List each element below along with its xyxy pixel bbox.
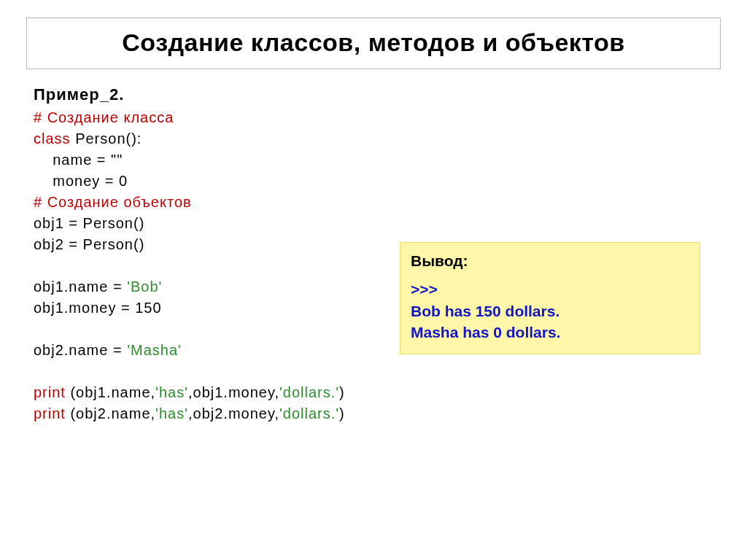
code-string: 'has' <box>155 384 188 400</box>
code-text: obj1.name = <box>34 279 127 295</box>
code-text: name = "" <box>34 152 123 168</box>
code-text: ,obj1.money, <box>188 384 279 400</box>
code-string: 'Bob' <box>127 279 162 295</box>
keyword-class: class <box>34 131 71 147</box>
slide-title: Создание классов, методов и объектов <box>36 27 711 58</box>
slide: Создание классов, методов и объектов При… <box>0 0 747 560</box>
code-text: Person(): <box>71 131 142 147</box>
code-text: ) <box>339 405 345 421</box>
code-string: 'has' <box>155 405 188 421</box>
title-box: Создание классов, методов и объектов <box>26 18 721 69</box>
keyword-print: print <box>34 384 66 400</box>
spacer <box>411 271 689 279</box>
code-string: 'dollars.' <box>279 384 339 400</box>
code-comment: # Создание класса <box>34 109 174 125</box>
output-prompt: >>> <box>411 279 689 300</box>
code-text: ) <box>339 384 345 400</box>
code-comment: # Создание объектов <box>34 194 192 210</box>
example-heading: Пример_2. <box>34 85 721 104</box>
output-line: Masha has 0 dollars. <box>411 322 689 343</box>
output-line: Bob has 150 dollars. <box>411 300 689 322</box>
output-box: Вывод: >>> Bob has 150 dollars. Masha ha… <box>400 242 700 354</box>
output-title: Вывод: <box>411 250 689 271</box>
code-text: obj2 = Person() <box>34 236 144 252</box>
code-text: money = 0 <box>34 173 128 189</box>
code-string: 'dollars.' <box>279 405 339 421</box>
code-string: 'Masha' <box>127 342 182 358</box>
keyword-print: print <box>34 405 66 421</box>
code-text: (obj1.name, <box>66 384 155 400</box>
code-text: obj1 = Person() <box>34 215 144 231</box>
code-text: ,obj2.money, <box>188 405 279 421</box>
code-text: obj1.money = 150 <box>34 300 162 316</box>
code-text: (obj2.name, <box>66 405 155 421</box>
code-text: obj2.name = <box>34 342 127 358</box>
